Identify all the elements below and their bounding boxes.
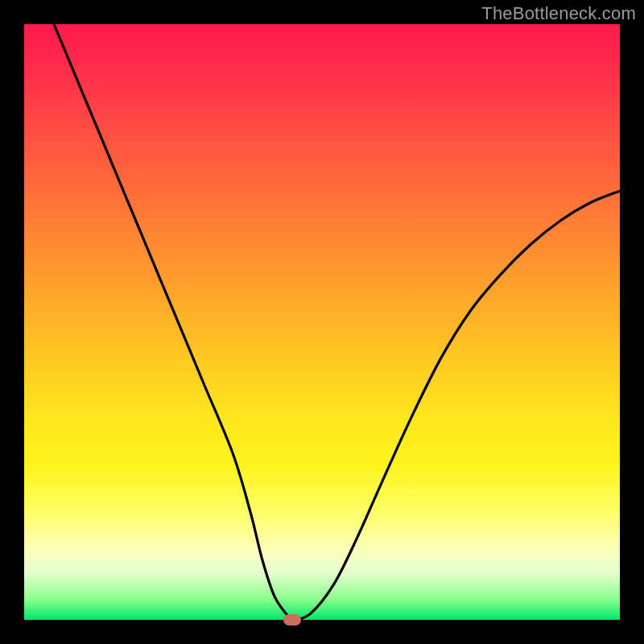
- chart-frame: TheBottleneck.com: [0, 0, 644, 644]
- watermark-text: TheBottleneck.com: [481, 3, 636, 24]
- curve-svg: [24, 24, 620, 620]
- plot-area: [24, 24, 620, 620]
- bottleneck-curve: [54, 24, 620, 620]
- optimum-marker: [283, 614, 301, 625]
